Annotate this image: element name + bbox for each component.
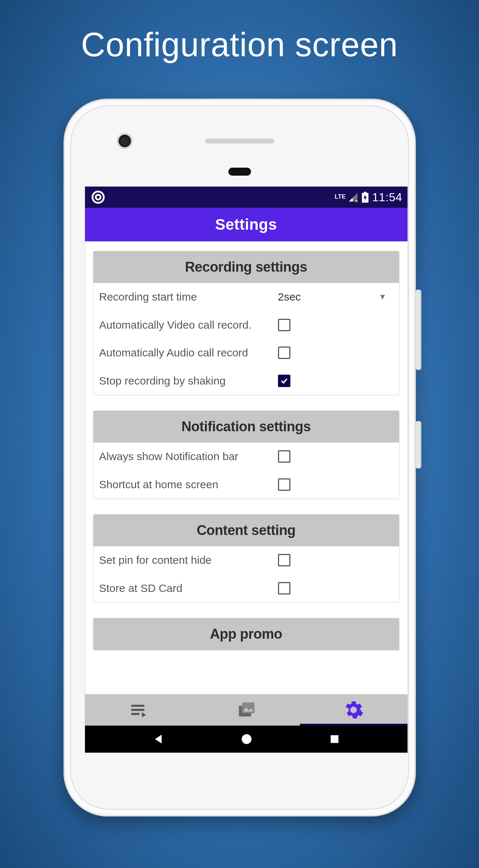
svg-rect-2 — [364, 192, 366, 194]
gear-icon — [344, 700, 363, 720]
nav-home-icon[interactable] — [240, 733, 253, 746]
phone-volume-button — [416, 290, 421, 370]
phone-bezel: LTE 11:54 Settin — [70, 106, 409, 810]
phone-speaker — [205, 138, 274, 144]
tab-list[interactable] — [85, 694, 193, 726]
home-shortcut-checkbox[interactable] — [278, 478, 290, 491]
tab-gallery[interactable] — [192, 694, 300, 726]
clock-label: 11:54 — [372, 191, 402, 204]
set-pin-row[interactable]: Set pin for content hide — [93, 546, 399, 574]
store-sd-label: Store at SD Card — [99, 581, 278, 596]
set-pin-checkbox[interactable] — [278, 554, 290, 566]
nav-recent-icon[interactable] — [329, 733, 340, 745]
auto-audio-checkbox[interactable] — [278, 347, 290, 359]
recording-start-time-value: 2sec — [278, 291, 379, 303]
phone-mockup: LTE 11:54 Settin — [63, 99, 416, 817]
gallery-icon — [236, 700, 256, 720]
auto-video-label: Automatically Video call record. — [99, 318, 278, 333]
stop-shake-label: Stop recording by shaking — [99, 374, 278, 389]
recording-settings-card: Recording settings Recording start time … — [93, 251, 399, 395]
auto-video-checkbox[interactable] — [278, 319, 290, 331]
playlist-icon — [129, 700, 148, 720]
svg-rect-7 — [242, 703, 254, 713]
chevron-down-icon: ▼ — [379, 292, 387, 302]
app-bar: Settings — [85, 208, 407, 241]
nav-back-icon[interactable] — [152, 733, 165, 746]
recording-start-time-dropdown[interactable]: 2sec ▼ — [278, 291, 393, 303]
show-notification-bar-label: Always show Notification bar — [99, 449, 278, 464]
recording-settings-header: Recording settings — [93, 251, 399, 283]
stop-shake-row[interactable]: Stop recording by shaking — [93, 367, 399, 395]
svg-rect-10 — [331, 735, 338, 743]
store-sd-row[interactable]: Store at SD Card — [93, 574, 399, 603]
bottom-tab-bar — [85, 694, 407, 726]
phone-sensor — [228, 168, 251, 176]
svg-point-8 — [351, 707, 356, 712]
page-title: Configuration screen — [0, 26, 479, 64]
status-bar: LTE 11:54 — [85, 187, 407, 208]
phone-camera — [119, 135, 131, 147]
app-promo-header: App promo — [93, 618, 399, 650]
show-notification-bar-row[interactable]: Always show Notification bar — [93, 443, 399, 471]
settings-content[interactable]: Recording settings Recording start time … — [85, 241, 407, 704]
auto-video-row[interactable]: Automatically Video call record. — [93, 311, 399, 339]
notification-settings-header: Notification settings — [93, 411, 399, 443]
recording-start-time-row[interactable]: Recording start time 2sec ▼ — [93, 283, 399, 311]
store-sd-checkbox[interactable] — [278, 582, 290, 594]
phone-screen: LTE 11:54 Settin — [85, 187, 407, 753]
set-pin-label: Set pin for content hide — [99, 553, 278, 568]
content-setting-card: Content setting Set pin for content hide… — [93, 514, 399, 603]
home-shortcut-label: Shortcut at home screen — [99, 477, 278, 492]
svg-point-9 — [242, 734, 252, 744]
stop-shake-checkbox[interactable] — [278, 375, 290, 387]
content-setting-header: Content setting — [93, 515, 399, 546]
app-promo-card: App promo — [93, 618, 399, 650]
signal-icon — [348, 192, 358, 202]
auto-audio-label: Automatically Audio call record — [99, 345, 278, 360]
app-bar-title: Settings — [215, 216, 277, 233]
android-nav-bar — [85, 726, 407, 753]
network-lte-label: LTE — [335, 194, 346, 200]
recording-start-time-label: Recording start time — [99, 290, 278, 305]
phone-power-button — [416, 421, 421, 469]
auto-audio-row[interactable]: Automatically Audio call record — [93, 339, 399, 367]
tab-settings[interactable] — [300, 694, 407, 726]
status-ring-icon — [92, 191, 105, 204]
notification-settings-card: Notification settings Always show Notifi… — [93, 410, 399, 499]
show-notification-bar-checkbox[interactable] — [278, 450, 290, 463]
battery-charging-icon — [362, 192, 368, 203]
home-shortcut-row[interactable]: Shortcut at home screen — [93, 471, 399, 499]
